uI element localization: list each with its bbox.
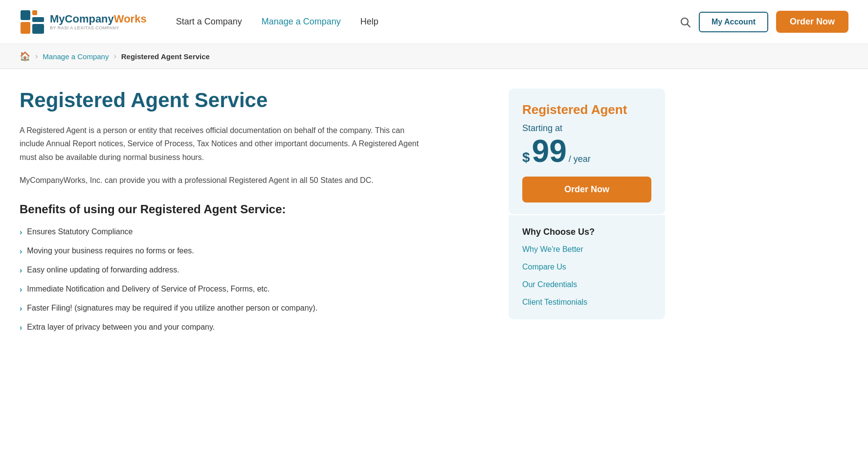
main-content: Registered Agent Service A Registered Ag… (0, 69, 685, 370)
sidebar-nav-link[interactable]: Client Testimonials (522, 298, 651, 307)
chevron-right-icon: › (20, 226, 22, 238)
list-item: › Faster Filing! (signatures may be requ… (20, 302, 489, 314)
svg-rect-0 (21, 10, 30, 20)
why-choose-section: Why Choose Us? Why We're BetterCompare U… (509, 215, 665, 319)
starting-at-label: Starting at (522, 123, 651, 134)
header-order-now-button[interactable]: Order Now (776, 11, 848, 33)
sidebar-order-now-button[interactable]: Order Now (522, 177, 651, 202)
chevron-right-icon: › (20, 246, 22, 257)
sidebar: Registered Agent Starting at $ 99 / year… (509, 89, 665, 340)
header-actions: My Account Order Now (679, 11, 848, 33)
price-row: $ 99 / year (522, 135, 651, 167)
list-item: › Easy online updating of forwarding add… (20, 264, 489, 276)
benefits-list: › Ensures Statutory Compliance › Moving … (20, 226, 489, 334)
nav-help[interactable]: Help (360, 17, 378, 27)
main-nav: Start a Company Manage a Company Help (176, 17, 679, 27)
list-item: › Moving your business requires no forms… (20, 245, 489, 257)
sidebar-links: Why We're BetterCompare UsOur Credential… (522, 245, 651, 307)
chevron-right-icon: › (20, 322, 22, 334)
list-item: › Immediate Notification and Delivery of… (20, 283, 489, 295)
breadcrumb-sep-1: › (35, 52, 38, 61)
benefit-text: Immediate Notification and Delivery of S… (27, 283, 269, 295)
per-year-label: / year (569, 154, 591, 164)
svg-rect-2 (32, 17, 44, 22)
sidebar-nav-link[interactable]: Compare Us (522, 263, 651, 271)
breadcrumb-home-icon[interactable]: 🏠 (20, 51, 30, 62)
benefits-heading: Benefits of using our Registered Agent S… (20, 202, 489, 216)
svg-line-6 (687, 24, 690, 27)
list-item: › Extra layer of privacy between you and… (20, 321, 489, 334)
sidebar-nav-link[interactable]: Our Credentials (522, 280, 651, 289)
why-choose-heading: Why Choose Us? (522, 227, 651, 237)
benefit-text: Ensures Statutory Compliance (27, 226, 133, 238)
benefit-text: Extra layer of privacy between you and y… (27, 321, 215, 333)
price-number: 99 (532, 135, 567, 167)
page-title: Registered Agent Service (20, 89, 489, 112)
pricing-title: Registered Agent (522, 102, 651, 117)
chevron-right-icon: › (20, 303, 22, 314)
list-item: › Ensures Statutory Compliance (20, 226, 489, 238)
nav-manage-company[interactable]: Manage a Company (262, 17, 341, 27)
benefit-text: Faster Filing! (signatures may be requir… (27, 302, 317, 314)
svg-rect-3 (21, 22, 30, 34)
dollar-sign: $ (522, 150, 530, 165)
sidebar-nav-link[interactable]: Why We're Better (522, 245, 651, 254)
chevron-right-icon: › (20, 265, 22, 276)
breadcrumb-manage-link[interactable]: Manage a Company (43, 52, 109, 61)
site-header: MyCompanyWorks BY RASi A LEXITAS COMPANY… (0, 0, 868, 44)
search-button[interactable] (679, 16, 691, 28)
breadcrumb-sep-2: › (113, 52, 116, 61)
breadcrumb-current: Registered Agent Service (121, 52, 210, 61)
benefit-text: Moving your business requires no forms o… (27, 245, 194, 257)
chevron-right-icon: › (20, 284, 22, 295)
content-area: Registered Agent Service A Registered Ag… (20, 89, 489, 340)
site-logo[interactable]: MyCompanyWorks BY RASi A LEXITAS COMPANY (20, 9, 147, 35)
svg-rect-4 (32, 24, 44, 34)
pricing-card: Registered Agent Starting at $ 99 / year… (509, 89, 665, 214)
logo-text: MyCompanyWorks BY RASi A LEXITAS COMPANY (50, 13, 147, 30)
intro-paragraph-2: MyCompanyWorks, Inc. can provide you wit… (20, 174, 421, 187)
breadcrumb: 🏠 › Manage a Company › Registered Agent … (0, 44, 868, 69)
logo-brand: MyCompanyWorks (50, 13, 147, 25)
my-account-button[interactable]: My Account (699, 12, 768, 32)
logo-sub: BY RASi A LEXITAS COMPANY (50, 25, 147, 30)
nav-start-company[interactable]: Start a Company (176, 17, 242, 27)
intro-paragraph-1: A Registered Agent is a person or entity… (20, 124, 421, 164)
svg-rect-1 (32, 10, 37, 15)
benefit-text: Easy online updating of forwarding addre… (27, 264, 179, 276)
